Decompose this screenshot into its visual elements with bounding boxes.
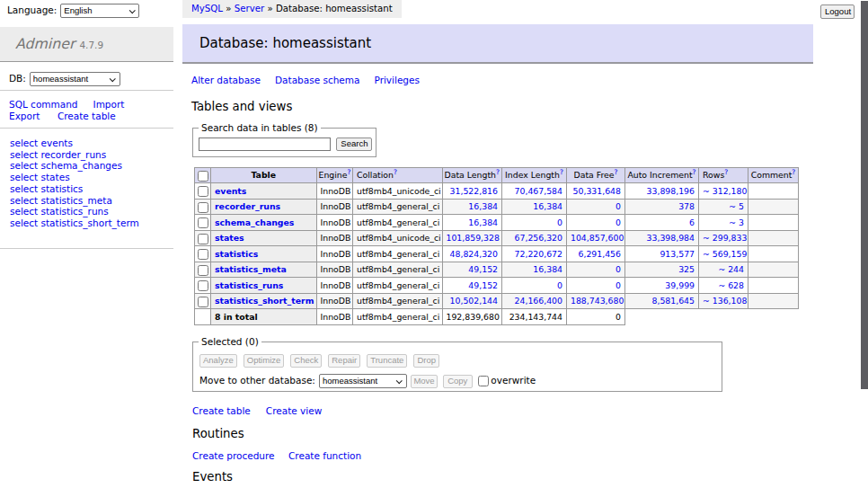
logout-button[interactable]: Logout bbox=[820, 4, 855, 19]
rows-count-link[interactable]: ~ 312,180 bbox=[703, 186, 747, 196]
table-name-link[interactable]: states bbox=[215, 233, 244, 243]
data-length-link[interactable]: 101,859,328 bbox=[447, 233, 500, 243]
scrollbar-thumb[interactable] bbox=[861, 1, 868, 389]
row-checkbox[interactable] bbox=[198, 217, 208, 228]
sidebar-item-select-statistics-short-term[interactable]: select statistics_short_term bbox=[10, 217, 173, 229]
auto-increment-link[interactable]: 325 bbox=[678, 264, 695, 274]
app-name[interactable]: Adminer bbox=[15, 35, 75, 52]
auto-increment-link[interactable]: 8,581,645 bbox=[652, 296, 695, 306]
auto-increment-help-link[interactable]: ? bbox=[693, 168, 696, 176]
data-free-link[interactable]: 0 bbox=[616, 201, 621, 211]
data-free-link[interactable]: 0 bbox=[616, 280, 621, 290]
sidebar-item-select-statistics[interactable]: select statistics bbox=[10, 183, 173, 195]
sidebar-link-export[interactable]: Export bbox=[9, 111, 40, 121]
auto-increment-link[interactable]: 39,999 bbox=[665, 280, 695, 290]
database-schema-link[interactable]: Database schema bbox=[275, 75, 359, 85]
data-length-link[interactable]: 10,502,144 bbox=[450, 296, 498, 306]
select-all-checkbox[interactable] bbox=[198, 171, 208, 182]
sidebar-item-select-events[interactable]: select events bbox=[10, 138, 173, 149]
row-checkbox[interactable] bbox=[198, 249, 208, 260]
data-length-link[interactable]: 48,824,320 bbox=[450, 249, 498, 259]
engine-help-link[interactable]: ? bbox=[347, 168, 350, 176]
auto-increment-link[interactable]: 913,577 bbox=[660, 249, 695, 259]
create-table-link[interactable]: Create table bbox=[192, 405, 251, 416]
analyze-button[interactable]: Analyze bbox=[199, 354, 237, 368]
data-length-link[interactable]: 49,152 bbox=[468, 280, 498, 290]
table-name-link[interactable]: statistics bbox=[215, 249, 258, 259]
breadcrumb-link-server[interactable]: Server bbox=[235, 4, 264, 13]
data-free-link[interactable]: 0 bbox=[616, 217, 621, 227]
table-name-link[interactable]: statistics_short_term bbox=[215, 296, 314, 306]
index-length-link[interactable]: 67,256,320 bbox=[515, 233, 562, 243]
sidebar-item-select-statistics-meta[interactable]: select statistics_meta bbox=[10, 195, 173, 207]
rows-count-link[interactable]: ~ 569,159 bbox=[703, 249, 747, 259]
index-length-link[interactable]: 16,384 bbox=[533, 264, 562, 274]
data-free-help-link[interactable]: ? bbox=[615, 168, 618, 176]
rows-count-link[interactable]: ~ 136,108 bbox=[703, 296, 747, 306]
sidebar-link-create-table[interactable]: Create table bbox=[58, 111, 116, 121]
auto-increment-link[interactable]: 33,898,196 bbox=[647, 186, 695, 196]
index-length-link[interactable]: 24,166,400 bbox=[515, 296, 562, 306]
data-length-link[interactable]: 16,384 bbox=[468, 201, 498, 211]
language-select[interactable]: English bbox=[60, 4, 139, 18]
auto-increment-link[interactable]: 378 bbox=[678, 201, 695, 211]
drop-button[interactable]: Drop bbox=[413, 354, 439, 368]
sidebar-link-sql-command[interactable]: SQL command bbox=[9, 99, 78, 110]
overwrite-checkbox[interactable] bbox=[478, 376, 489, 386]
optimize-button[interactable]: Optimize bbox=[244, 354, 284, 368]
index-length-link[interactable]: 16,384 bbox=[533, 201, 562, 211]
db-select[interactable]: homeassistant bbox=[30, 72, 120, 86]
data-length-help-link[interactable]: ? bbox=[496, 168, 500, 176]
row-checkbox[interactable] bbox=[198, 280, 208, 291]
breadcrumb-link-mysql[interactable]: MySQL bbox=[191, 4, 223, 13]
auto-increment-link[interactable]: 6 bbox=[689, 217, 695, 227]
alter-database-link[interactable]: Alter database bbox=[191, 75, 261, 85]
search-button[interactable]: Search bbox=[336, 138, 372, 151]
privileges-link[interactable]: Privileges bbox=[374, 75, 420, 85]
data-free-link[interactable]: 50,331,648 bbox=[573, 186, 621, 196]
move-button[interactable]: Move bbox=[411, 375, 437, 388]
data-length-link[interactable]: 49,152 bbox=[468, 264, 498, 274]
create-view-link[interactable]: Create view bbox=[266, 405, 322, 416]
data-free-link[interactable]: 104,857,600 bbox=[571, 233, 624, 243]
table-name-link[interactable]: events bbox=[215, 186, 246, 196]
rows-count-link[interactable]: ~ 3 bbox=[729, 217, 744, 227]
auto-increment-link[interactable]: 33,398,984 bbox=[647, 233, 695, 243]
table-name-link[interactable]: statistics_meta bbox=[215, 264, 287, 274]
row-checkbox[interactable] bbox=[198, 297, 208, 307]
data-free-link[interactable]: 188,743,680 bbox=[571, 296, 624, 306]
move-database-select[interactable]: homeassistant bbox=[319, 374, 407, 388]
data-free-link[interactable]: 0 bbox=[616, 264, 621, 274]
index-length-link[interactable]: 0 bbox=[557, 280, 562, 290]
row-checkbox[interactable] bbox=[198, 234, 208, 244]
repair-button[interactable]: Repair bbox=[328, 354, 360, 368]
rows-count-link[interactable]: ~ 244 bbox=[718, 264, 744, 274]
row-checkbox[interactable] bbox=[198, 265, 208, 276]
sidebar-item-select-states[interactable]: select states bbox=[10, 172, 173, 183]
copy-button[interactable]: Copy bbox=[443, 375, 473, 388]
create-function-link[interactable]: Create function bbox=[288, 450, 361, 461]
check-button[interactable]: Check bbox=[290, 354, 322, 368]
truncate-button[interactable]: Truncate bbox=[367, 354, 407, 368]
table-name-link[interactable]: schema_changes bbox=[215, 217, 294, 227]
row-checkbox[interactable] bbox=[198, 186, 208, 197]
sidebar-item-select-statistics-runs[interactable]: select statistics_runs bbox=[10, 206, 173, 217]
rows-help-link[interactable]: ? bbox=[724, 168, 728, 176]
sidebar-link-import[interactable]: Import bbox=[93, 99, 125, 110]
data-length-link[interactable]: 16,384 bbox=[468, 217, 498, 227]
table-name-link[interactable]: statistics_runs bbox=[215, 280, 283, 290]
rows-count-link[interactable]: ~ 299,833 bbox=[703, 233, 747, 243]
data-length-link[interactable]: 31,522,816 bbox=[450, 186, 498, 196]
overwrite-label[interactable]: overwrite bbox=[491, 375, 536, 386]
index-length-link[interactable]: 0 bbox=[557, 217, 562, 227]
index-length-help-link[interactable]: ? bbox=[560, 168, 563, 176]
table-name-link[interactable]: recorder_runs bbox=[215, 201, 280, 211]
index-length-link[interactable]: 70,467,584 bbox=[515, 186, 562, 196]
search-input[interactable] bbox=[199, 138, 331, 151]
rows-count-link[interactable]: ~ 628 bbox=[718, 280, 744, 290]
collation-help-link[interactable]: ? bbox=[394, 168, 397, 176]
sidebar-item-select-schema-changes[interactable]: select schema_changes bbox=[10, 160, 173, 172]
index-length-link[interactable]: 72,220,672 bbox=[515, 249, 562, 259]
row-checkbox[interactable] bbox=[198, 202, 208, 213]
comment-help-link[interactable]: ? bbox=[792, 168, 795, 176]
